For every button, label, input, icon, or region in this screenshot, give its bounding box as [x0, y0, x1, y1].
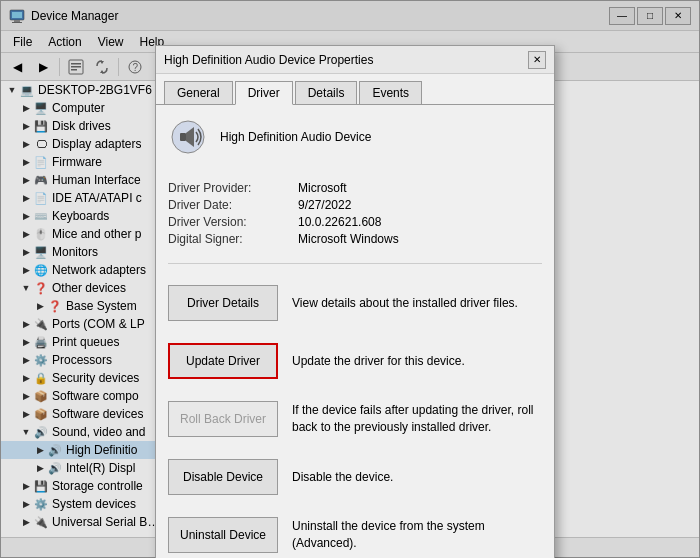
uninstall-device-description: Uninstall the device from the system (Ad… [292, 518, 542, 552]
driver-button-row-update-driver: Update DriverUpdate the driver for this … [168, 336, 542, 386]
properties-dialog: High Definition Audio Device Properties … [155, 45, 555, 558]
driver-version-label: Driver Version: [168, 215, 298, 229]
driver-button-row-uninstall-device: Uninstall DeviceUninstall the device fro… [168, 510, 542, 558]
device-icon [168, 117, 208, 157]
svg-rect-13 [180, 133, 186, 141]
disable-device-description: Disable the device. [292, 469, 542, 486]
update-driver-button[interactable]: Update Driver [168, 343, 278, 379]
tab-general[interactable]: General [164, 81, 233, 105]
tab-driver[interactable]: Driver [235, 81, 293, 105]
roll-back-button: Roll Back Driver [168, 401, 278, 437]
driver-signer-label: Digital Signer: [168, 232, 298, 246]
uninstall-device-button[interactable]: Uninstall Device [168, 517, 278, 553]
roll-back-description: If the device fails after updating the d… [292, 402, 542, 436]
driver-button-row-driver-details: Driver DetailsView details about the ins… [168, 278, 542, 328]
driver-buttons-section: Driver DetailsView details about the ins… [168, 278, 542, 558]
update-driver-description: Update the driver for this device. [292, 353, 542, 370]
device-name: High Definition Audio Device [220, 130, 371, 144]
disable-device-button[interactable]: Disable Device [168, 459, 278, 495]
driver-date-label: Driver Date: [168, 198, 298, 212]
driver-divider [168, 263, 542, 264]
dialog-close-button[interactable]: ✕ [528, 51, 546, 69]
driver-signer-value: Microsoft Windows [298, 232, 542, 246]
driver-provider-value: Microsoft [298, 181, 542, 195]
dialog-overlay: High Definition Audio Device Properties … [0, 0, 700, 558]
device-header: High Definition Audio Device [168, 117, 542, 167]
tab-details[interactable]: Details [295, 81, 358, 105]
dialog-tabs: GeneralDriverDetailsEvents [156, 74, 554, 105]
dialog-title-bar: High Definition Audio Device Properties … [156, 46, 554, 74]
driver-signer-row: Digital Signer: Microsoft Windows [168, 232, 542, 246]
driver-info-table: Driver Provider: Microsoft Driver Date: … [168, 181, 542, 249]
dialog-content: High Definition Audio Device Driver Prov… [156, 105, 554, 558]
driver-button-row-disable-device: Disable DeviceDisable the device. [168, 452, 542, 502]
driver-provider-label: Driver Provider: [168, 181, 298, 195]
driver-date-value: 9/27/2022 [298, 198, 542, 212]
tab-events[interactable]: Events [359, 81, 422, 105]
driver-version-row: Driver Version: 10.0.22621.608 [168, 215, 542, 229]
driver-version-value: 10.0.22621.608 [298, 215, 542, 229]
driver-date-row: Driver Date: 9/27/2022 [168, 198, 542, 212]
dialog-title: High Definition Audio Device Properties [164, 53, 528, 67]
driver-provider-row: Driver Provider: Microsoft [168, 181, 542, 195]
driver-details-description: View details about the installed driver … [292, 295, 542, 312]
driver-button-row-roll-back: Roll Back DriverIf the device fails afte… [168, 394, 542, 444]
driver-details-button[interactable]: Driver Details [168, 285, 278, 321]
